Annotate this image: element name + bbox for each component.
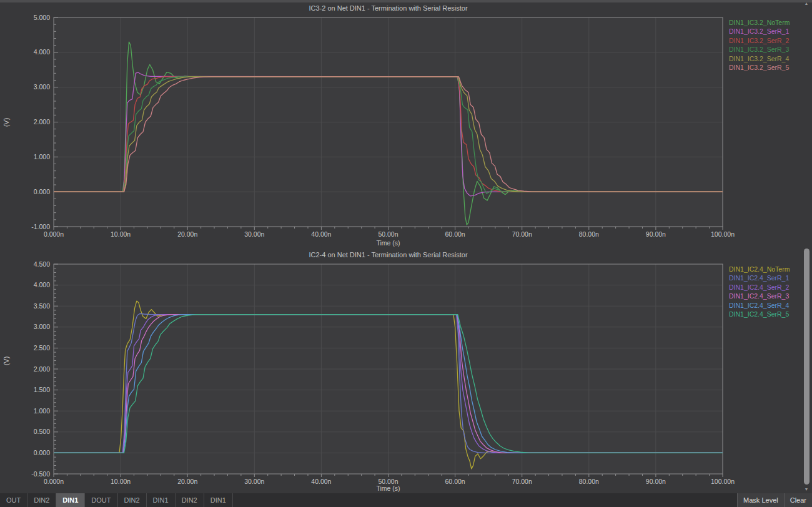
- x-tick-label: 50.00n: [378, 230, 398, 238]
- legend-item: DIN1_IC3.2_SerR_3: [729, 45, 790, 54]
- tab-din1-5[interactable]: DIN1: [147, 493, 176, 507]
- y-tick-label: 1.000: [34, 407, 50, 415]
- y-tick-label: 1.500: [34, 386, 50, 393]
- legend-top: DIN1_IC3.2_NoTermDIN1_IC3.2_SerR_1DIN1_I…: [729, 18, 790, 72]
- x-tick-label: 10.00n: [111, 230, 131, 238]
- y-tick-label: 5.000: [34, 14, 50, 21]
- y-tick-label: 3.000: [34, 83, 50, 91]
- y-tick-label: -1.000: [31, 223, 50, 230]
- legend-item: DIN1_IC3.2_SerR_1: [729, 27, 790, 36]
- legend-item: DIN1_IC2.4_SerR_3: [729, 292, 790, 300]
- y-tick-label: 0.000: [34, 188, 50, 195]
- x-axis-label-top: Time (s): [54, 239, 723, 247]
- legend-item: DIN1_IC2.4_SerR_5: [729, 310, 790, 318]
- legend-item: DIN1_IC2.4_SerR_2: [729, 283, 790, 292]
- y-tick-label: 0.500: [34, 428, 50, 435]
- scrollbar-thumb[interactable]: [804, 249, 810, 485]
- tab-dout-3[interactable]: DOUT: [85, 493, 117, 507]
- y-tick-label: 2.000: [34, 365, 50, 373]
- y-tick-label: 4.000: [34, 48, 50, 56]
- legend-item: DIN1_IC3.2_SerR_2: [729, 36, 790, 45]
- y-axis-label-bottom: (V): [2, 353, 10, 368]
- legend-bottom: DIN1_IC2.4_NoTermDIN1_IC2.4_SerR_1DIN1_I…: [729, 265, 790, 318]
- scroll-down-icon[interactable]: ▼: [801, 486, 811, 493]
- tab-din1-7[interactable]: DIN1: [204, 493, 233, 507]
- plot-canvas-bottom[interactable]: 4.5004.0003.5003.0002.5002.0001.5001.000…: [0, 247, 812, 493]
- x-tick-label: 60.00n: [445, 230, 465, 238]
- vertical-scrollbar[interactable]: ▲ ▼: [801, 0, 811, 493]
- y-tick-label: 2.000: [34, 118, 50, 126]
- legend-item: DIN1_IC2.4_NoTerm: [729, 265, 790, 273]
- clear-button[interactable]: Clear: [784, 493, 812, 507]
- x-tick-label: 80.00n: [579, 230, 599, 238]
- tabbar-spacer: [233, 493, 737, 507]
- legend-item: DIN1_IC3.2_SerR_4: [729, 54, 790, 63]
- tab-din2-1[interactable]: DIN2: [27, 493, 56, 507]
- x-tick-label: 0.000n: [44, 230, 64, 238]
- y-tick-label: 3.000: [34, 323, 50, 330]
- tab-din2-4[interactable]: DIN2: [118, 493, 147, 507]
- y-tick-label: 4.500: [34, 260, 50, 268]
- x-tick-label: 70.00n: [512, 230, 532, 238]
- x-tick-label: 100.00n: [711, 230, 735, 238]
- y-tick-label: -0.500: [31, 470, 50, 478]
- legend-item: DIN1_IC2.4_SerR_1: [729, 273, 790, 282]
- y-tick-label: 0.000: [34, 449, 50, 456]
- tab-din2-6[interactable]: DIN2: [176, 493, 204, 507]
- net-tab-bar: OUTDIN2DIN1DOUTDIN2DIN1DIN2DIN1Mask Leve…: [0, 493, 812, 507]
- y-tick-label: 2.500: [34, 344, 50, 352]
- tab-out-0[interactable]: OUT: [0, 493, 27, 507]
- waveform-viewer-window: 5.0004.0003.0002.0001.0000.000-1.0000.00…: [0, 0, 812, 507]
- legend-item: DIN1_IC3.2_SerR_5: [729, 63, 790, 72]
- chart-panel-ic2-4: 4.5004.0003.5003.0002.5002.0001.5001.000…: [0, 247, 812, 493]
- tab-din1-2[interactable]: DIN1: [56, 493, 85, 507]
- legend-item: DIN1_IC3.2_NoTerm: [729, 18, 790, 27]
- y-tick-label: 1.000: [34, 153, 50, 160]
- y-tick-label: 3.500: [34, 302, 50, 310]
- chart-title-top: IC3-2 on Net DIN1 - Termination with Ser…: [54, 4, 723, 12]
- y-axis-label-top: (V): [2, 115, 10, 130]
- mask-level-button[interactable]: Mask Level: [737, 493, 784, 507]
- x-axis-label-bottom: Time (s): [54, 485, 723, 492]
- chart-panel-ic3-2: 5.0004.0003.0002.0001.0000.000-1.0000.00…: [0, 0, 812, 247]
- x-tick-label: 90.00n: [646, 230, 666, 238]
- x-tick-label: 40.00n: [311, 230, 331, 238]
- chart-title-bottom: IC2-4 on Net DIN1 - Termination with Ser…: [54, 251, 723, 258]
- y-tick-label: 4.000: [34, 281, 50, 288]
- scroll-up-icon[interactable]: ▲: [801, 1, 811, 7]
- x-tick-label: 20.00n: [177, 230, 197, 238]
- x-tick-label: 30.00n: [244, 230, 264, 238]
- legend-item: DIN1_IC2.4_SerR_4: [729, 301, 790, 310]
- plot-canvas-top[interactable]: 5.0004.0003.0002.0001.0000.000-1.0000.00…: [0, 0, 812, 247]
